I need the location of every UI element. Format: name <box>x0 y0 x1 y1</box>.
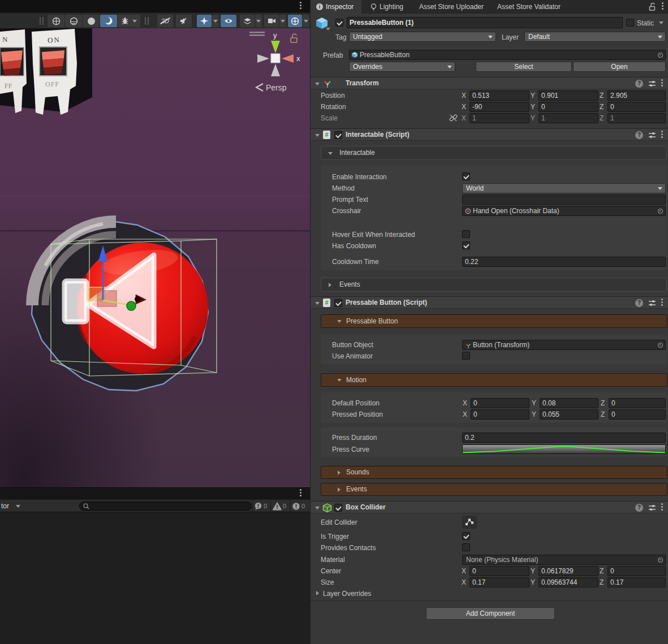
foldout-arrow[interactable] <box>315 507 320 509</box>
hover-exit-checkbox[interactable] <box>462 230 470 238</box>
unlocked-padlock-icon[interactable] <box>649 3 656 11</box>
scene-menu-icon[interactable] <box>300 5 301 6</box>
button-object-field[interactable]: Button (Transform) <box>462 340 666 350</box>
object-picker-icon[interactable] <box>656 51 664 58</box>
layers-button[interactable] <box>240 15 255 27</box>
wall-switches-object[interactable]: N FF ON OFF <box>0 28 92 115</box>
scene-visibility-toggle[interactable] <box>221 15 236 27</box>
gizmos-toggle[interactable] <box>288 15 302 27</box>
foldout-arrow[interactable] <box>316 591 319 595</box>
box-collider-header[interactable]: Box Collider <box>311 501 668 513</box>
presets-icon[interactable] <box>648 132 656 139</box>
has-cooldown-checkbox[interactable] <box>462 241 470 249</box>
gizmo-x-dot[interactable] <box>135 296 140 302</box>
method-dropdown[interactable]: World <box>462 183 666 193</box>
camera-button[interactable] <box>264 15 279 27</box>
default-position-y-field[interactable]: 0.08 <box>540 398 598 408</box>
prefab-open-button[interactable]: Open <box>573 62 666 72</box>
press-curve-field[interactable] <box>462 444 666 454</box>
enable-interaction-checkbox[interactable] <box>462 172 470 180</box>
component-menu-icon[interactable] <box>661 82 663 84</box>
audio-toggle[interactable] <box>176 15 192 27</box>
pressed-position-z-field[interactable]: 0 <box>609 409 666 420</box>
plane-handle-xz[interactable] <box>97 291 117 306</box>
prompt-text-field[interactable] <box>462 195 666 205</box>
presets-icon[interactable] <box>648 504 656 511</box>
events-section-foldout[interactable]: Events <box>321 483 667 496</box>
default-position-z-field[interactable]: 0 <box>609 398 666 408</box>
layers-dropdown[interactable] <box>255 15 262 27</box>
pressable-enabled-checkbox[interactable] <box>334 299 342 307</box>
crosshair-object-field[interactable]: Hand Open (Crosshair Data) <box>462 206 666 216</box>
tab-asset-store-uploader[interactable]: Asset Store Uploader <box>415 0 488 14</box>
gizmo-center-cube[interactable] <box>271 54 280 63</box>
scene-lighting-toggle[interactable] <box>100 15 117 27</box>
default-position-x-field[interactable]: 0 <box>471 398 529 408</box>
gameobject-enabled-checkbox[interactable] <box>335 19 343 27</box>
provides-contacts-checkbox[interactable] <box>462 543 470 551</box>
draw-mode-shaded-button[interactable] <box>83 15 100 27</box>
interactable-enabled-checkbox[interactable] <box>334 131 342 139</box>
size-z-field[interactable]: 0.17 <box>607 577 666 587</box>
effects-toggle[interactable] <box>197 15 212 27</box>
rotation-z-field[interactable]: 0 <box>607 102 666 112</box>
unlink-scale-icon[interactable] <box>449 114 458 122</box>
component-menu-icon[interactable] <box>661 301 663 303</box>
interactable-header[interactable]: Interactable (Script) <box>311 128 668 141</box>
persp-label[interactable]: Persp <box>266 83 287 92</box>
sounds-section-foldout[interactable]: Sounds <box>321 466 667 479</box>
prefab-object-field[interactable]: PressableButton <box>349 50 666 60</box>
overrides-dropdown[interactable]: Overrides <box>349 62 455 72</box>
layer-overrides-foldout[interactable]: Layer Overrides <box>323 589 371 598</box>
effects-dropdown[interactable] <box>212 15 219 27</box>
use-animator-checkbox[interactable] <box>462 352 470 360</box>
object-picker-icon[interactable] <box>656 208 664 214</box>
layer-dropdown[interactable]: Default <box>524 32 666 42</box>
2d-mode-toggle[interactable]: 2D <box>157 15 173 27</box>
size-x-field[interactable]: 0.17 <box>469 577 529 587</box>
component-menu-icon[interactable] <box>661 506 663 508</box>
center-x-field[interactable]: 0 <box>469 566 529 576</box>
material-object-field[interactable]: None (Physics Material) <box>462 555 666 565</box>
static-dropdown-arrow[interactable] <box>659 21 663 24</box>
position-y-field[interactable]: 0.901 <box>538 90 598 101</box>
center-y-field[interactable]: 0.0617829 <box>538 566 598 576</box>
position-z-field[interactable]: 2.905 <box>607 90 666 101</box>
tab-lighting[interactable]: Lighting <box>366 0 410 14</box>
pressable-section-header[interactable]: Pressable Button <box>321 314 667 328</box>
box-collider-enabled-checkbox[interactable] <box>334 504 342 512</box>
pressed-position-x-field[interactable]: 0 <box>471 409 529 420</box>
scale-z-field[interactable]: 1 <box>607 113 666 123</box>
presets-icon[interactable] <box>648 80 656 87</box>
tab-asset-store-validator[interactable]: Asset Store Validator <box>493 0 565 14</box>
foldout-arrow[interactable] <box>315 134 320 137</box>
toolbar-drag-handle[interactable] <box>40 17 44 25</box>
center-z-field[interactable]: 0 <box>607 566 666 576</box>
scale-y-field[interactable]: 1 <box>538 113 598 123</box>
camera-dropdown[interactable] <box>279 15 286 27</box>
foldout-arrow[interactable] <box>315 302 320 305</box>
scene-viewport[interactable]: N FF ON OFF <box>0 28 310 487</box>
gizmos-dropdown[interactable] <box>303 15 309 27</box>
is-trigger-checkbox[interactable] <box>462 532 470 540</box>
interactable-section-header[interactable]: Interactable <box>321 146 667 160</box>
presets-icon[interactable] <box>648 300 656 306</box>
help-icon[interactable] <box>635 299 643 307</box>
transform-header[interactable]: Transform <box>311 77 668 89</box>
static-checkbox[interactable] <box>626 19 634 27</box>
tab-inspector[interactable]: i Inspector <box>311 0 361 14</box>
help-icon[interactable] <box>635 80 643 88</box>
edit-collider-button[interactable] <box>462 516 477 529</box>
component-menu-icon[interactable] <box>661 133 663 135</box>
toolbar-drag-handle-2[interactable] <box>145 17 149 25</box>
scale-x-field[interactable]: 1 <box>469 113 529 123</box>
console-log-area[interactable] <box>0 512 310 644</box>
console-menu-icon[interactable] <box>300 492 301 494</box>
position-x-field[interactable]: 0.513 <box>469 90 529 101</box>
object-picker-icon[interactable] <box>656 556 664 563</box>
pressable-button-header[interactable]: Pressable Button (Script) <box>311 296 668 309</box>
object-picker-icon[interactable] <box>656 342 664 348</box>
help-icon[interactable] <box>635 504 643 512</box>
gizmo-z-handle[interactable] <box>127 301 136 310</box>
inspector-menu-icon[interactable] <box>662 5 663 7</box>
